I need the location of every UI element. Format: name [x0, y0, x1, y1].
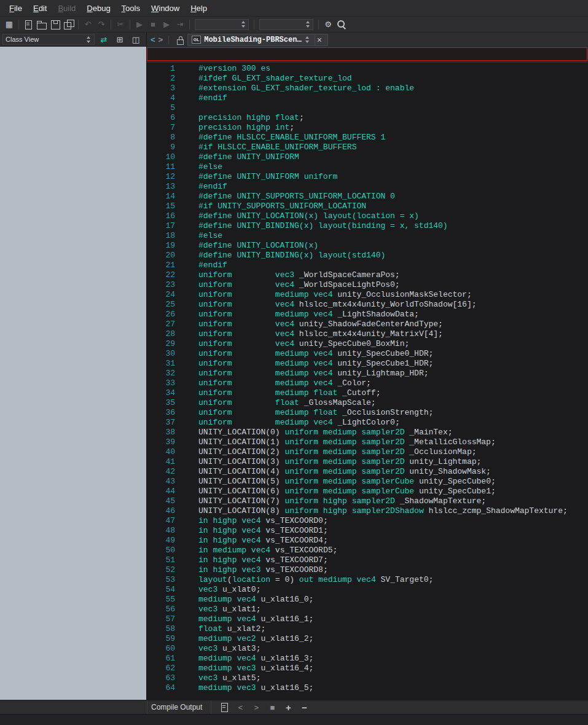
code-line[interactable]: 23uniform vec4 _WorldSpaceLightPos0;: [147, 280, 588, 290]
code-line[interactable]: 54vec3 u_xlat0;: [147, 585, 588, 595]
prev-message-icon[interactable]: <: [233, 700, 247, 714]
code-editor[interactable]: 1#version 300 es2#ifdef GL_EXT_shader_te…: [147, 63, 588, 700]
code-line[interactable]: 38UNITY_LOCATION(0) uniform mediump samp…: [147, 428, 588, 437]
code-line[interactable]: 36uniform mediump float _OcclusionStreng…: [147, 408, 588, 418]
tab-dropdown-icon[interactable]: [305, 36, 310, 44]
code-line[interactable]: 55mediump vec4 u_xlat16_0;: [147, 595, 588, 605]
layout-panels-icon[interactable]: ▦: [2, 18, 16, 31]
new-item-icon[interactable]: ⊞: [113, 33, 127, 46]
code-line[interactable]: 26uniform mediump vec4 _LightShadowData;: [147, 310, 588, 319]
code-line[interactable]: 61mediump vec4 u_xlat16_3;: [147, 654, 588, 664]
code-line[interactable]: 37uniform mediump vec4 _LightColor0;: [147, 418, 588, 428]
menu-window[interactable]: Window: [146, 0, 185, 17]
code-line[interactable]: 44UNITY_LOCATION(6) uniform mediump samp…: [147, 487, 588, 496]
split-view-icon[interactable]: ◫: [129, 33, 143, 46]
code-line[interactable]: 47in highp vec4 vs_TEXCOORD0;: [147, 516, 588, 526]
stop-debug-icon[interactable]: ■: [146, 18, 160, 31]
code-line[interactable]: 22uniform vec3 _WorldSpaceCameraPos;: [147, 270, 588, 280]
code-line[interactable]: 29uniform vec4 unity_SpecCube0_BoxMin;: [147, 339, 588, 349]
code-line[interactable]: 57mediump vec4 u_xlat16_1;: [147, 614, 588, 624]
code-line[interactable]: 31uniform mediump vec4 unity_SpecCube1_H…: [147, 359, 588, 369]
platform-combobox[interactable]: [259, 19, 313, 30]
code-line[interactable]: 42UNITY_LOCATION(4) uniform mediump samp…: [147, 467, 588, 477]
code-line[interactable]: 20#define UNITY_BINDING(x) layout(std140…: [147, 251, 588, 261]
code-line[interactable]: 27uniform vec4 unity_ShadowFadeCenterAnd…: [147, 319, 588, 329]
code-line[interactable]: 15#if UNITY_SUPPORTS_UNIFORM_LOCATION: [147, 202, 588, 211]
save-all-icon[interactable]: [62, 18, 76, 31]
lock-icon[interactable]: [174, 34, 184, 45]
code-line[interactable]: 35uniform float _GlossMapScale;: [147, 398, 588, 408]
code-line[interactable]: 9#if HLSLCC_ENABLE_UNIFORM_BUFFERS: [147, 143, 588, 152]
code-line[interactable]: 39UNITY_LOCATION(1) uniform mediump samp…: [147, 437, 588, 447]
run-icon[interactable]: ▶: [160, 18, 173, 31]
code-line[interactable]: 5: [147, 103, 588, 113]
new-file-icon[interactable]: [22, 18, 35, 31]
code-line[interactable]: 51in highp vec4 vs_TEXCOORD7;: [147, 555, 588, 565]
code-line[interactable]: 16#define UNITY_LOCATION(x) layout(locat…: [147, 211, 588, 221]
code-line[interactable]: 52in highp vec3 vs_TEXCOORD8;: [147, 565, 588, 575]
stop-build-icon[interactable]: ■: [265, 700, 279, 714]
compile-output-tab[interactable]: Compile Output: [147, 700, 211, 714]
code-line[interactable]: 43UNITY_LOCATION(5) uniform mediump samp…: [147, 477, 588, 487]
code-line[interactable]: 19#define UNITY_LOCATION(x): [147, 241, 588, 251]
code-line[interactable]: 33uniform mediump vec4 _Color;: [147, 378, 588, 388]
code-line[interactable]: 63vec3 u_xlat5;: [147, 673, 588, 683]
code-line[interactable]: 45UNITY_LOCATION(7) uniform highp sample…: [147, 496, 588, 506]
class-view-selector[interactable]: Class View: [2, 34, 95, 45]
code-line[interactable]: 53layout(location = 0) out mediump vec4 …: [147, 575, 588, 585]
code-line[interactable]: 32uniform mediump vec4 unity_Lightmap_HD…: [147, 369, 588, 378]
export-output-icon[interactable]: [218, 700, 231, 714]
step-over-icon[interactable]: ⇥: [173, 18, 187, 31]
save-icon[interactable]: [49, 18, 62, 31]
code-line[interactable]: 17#define UNITY_BINDING(x) layout(bindin…: [147, 221, 588, 231]
cut-icon[interactable]: ✂: [114, 18, 127, 31]
code-line[interactable]: 6precision highp float;: [147, 113, 588, 123]
nav-back-icon[interactable]: <: [151, 35, 155, 44]
menu-edit[interactable]: Edit: [28, 0, 52, 17]
code-line[interactable]: 28uniform vec4 hlslcc_mtx4x4unity_Matrix…: [147, 329, 588, 339]
code-line[interactable]: 13#endif: [147, 182, 588, 192]
code-line[interactable]: 7precision highp int;: [147, 123, 588, 133]
code-line[interactable]: 49in highp vec4 vs_TEXCOORD4;: [147, 536, 588, 546]
menu-help[interactable]: Help: [185, 0, 213, 17]
code-line[interactable]: 21#endif: [147, 261, 588, 270]
code-line[interactable]: 4#endif: [147, 93, 588, 103]
menu-file[interactable]: File: [4, 0, 28, 17]
close-tab-icon[interactable]: ×: [315, 35, 324, 45]
menu-tools[interactable]: Tools: [116, 0, 146, 17]
code-line[interactable]: 40UNITY_LOCATION(2) uniform mediump samp…: [147, 447, 588, 457]
undo-icon[interactable]: ↶: [81, 18, 95, 31]
code-line[interactable]: 41UNITY_LOCATION(3) uniform mediump samp…: [147, 457, 588, 467]
zoom-out-icon[interactable]: −: [297, 700, 311, 714]
nav-forward-icon[interactable]: >: [159, 35, 163, 44]
sync-icon[interactable]: ⇄: [97, 33, 111, 46]
code-line[interactable]: 14#define UNITY_SUPPORTS_UNIFORM_LOCATIO…: [147, 192, 588, 202]
code-line[interactable]: 60vec3 u_xlat3;: [147, 644, 588, 654]
code-line[interactable]: 48in highp vec4 vs_TEXCOORD1;: [147, 526, 588, 536]
code-line[interactable]: 18#else: [147, 231, 588, 241]
code-line[interactable]: 3#extension GL_EXT_shader_texture_lod : …: [147, 84, 588, 93]
code-line[interactable]: 56vec3 u_xlat1;: [147, 605, 588, 614]
code-line[interactable]: 58float u_xlat2;: [147, 624, 588, 634]
redo-icon[interactable]: ↷: [95, 18, 108, 31]
settings-gear-icon[interactable]: ⚙: [321, 18, 335, 31]
menu-build[interactable]: Build: [52, 0, 81, 17]
code-line[interactable]: 2#ifdef GL_EXT_shader_texture_lod: [147, 74, 588, 84]
code-line[interactable]: 50in mediump vec4 vs_TEXCOORD5;: [147, 546, 588, 555]
code-line[interactable]: 64mediump vec3 u_xlat16_5;: [147, 683, 588, 693]
code-line[interactable]: 25uniform vec4 hlslcc_mtx4x4unity_WorldT…: [147, 300, 588, 310]
debug-continue-icon[interactable]: ▶: [133, 18, 146, 31]
code-line[interactable]: 12#define UNITY_UNIFORM uniform: [147, 172, 588, 182]
zoom-in-icon[interactable]: +: [281, 700, 295, 714]
code-line[interactable]: 11#else: [147, 162, 588, 172]
class-view-tree[interactable]: [0, 47, 146, 700]
config-combobox[interactable]: [195, 19, 249, 30]
code-line[interactable]: 59mediump vec2 u_xlat16_2;: [147, 634, 588, 644]
code-line[interactable]: 62mediump vec3 u_xlat16_4;: [147, 664, 588, 673]
code-line[interactable]: 24uniform mediump vec4 unity_OcclusionMa…: [147, 290, 588, 300]
open-folder-icon[interactable]: [35, 18, 49, 31]
menu-debug[interactable]: Debug: [81, 0, 116, 17]
editor-tab[interactable]: GL MobileShading-PBRScen… ×: [187, 34, 328, 46]
code-line[interactable]: 34uniform mediump float _Cutoff;: [147, 388, 588, 398]
code-line[interactable]: 1#version 300 es: [147, 64, 588, 74]
